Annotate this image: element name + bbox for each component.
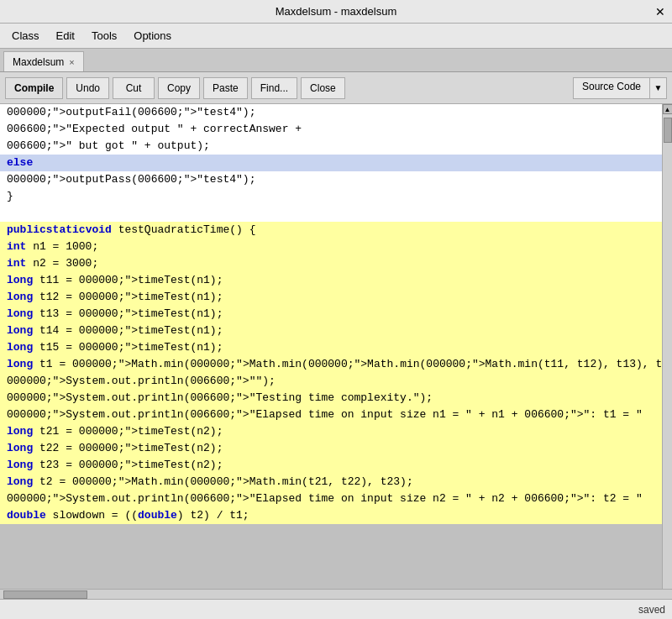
status-bar: saved [0, 599, 672, 619]
code-line [0, 205, 672, 222]
code-line: long t21 = 000000;">timeTest(n2); [0, 423, 672, 440]
title-bar: Maxdelsum - maxdelsum ✕ [0, 0, 672, 24]
code-line: 006600;">"Expected output " + correctAns… [0, 121, 672, 138]
code-line: long t12 = 000000;">timeTest(n1); [0, 289, 672, 306]
code-line: long t1 = 000000;">Math.min(000000;">Mat… [0, 356, 672, 373]
undo-button[interactable]: Undo [66, 77, 109, 99]
code-line: public static void testQuadraticTime() { [0, 222, 672, 239]
toolbar: Compile Undo Cut Copy Paste Find... Clos… [0, 72, 672, 104]
code-line: int n1 = 1000; [0, 239, 672, 255]
menu-edit[interactable]: Edit [48, 26, 83, 45]
copy-button[interactable]: Copy [158, 77, 200, 99]
menu-class[interactable]: Class [3, 26, 48, 45]
code-line: else [0, 155, 672, 171]
scroll-up-button[interactable]: ▲ [663, 104, 673, 114]
paste-button[interactable]: Paste [203, 77, 248, 99]
scroll-thumb-h[interactable] [3, 590, 87, 599]
cut-button[interactable]: Cut [113, 77, 155, 99]
source-code-label[interactable]: Source Code [574, 78, 649, 98]
window-title: Maxdelsum - maxdelsum [276, 5, 397, 18]
dropdown-arrow-icon[interactable]: ▼ [649, 78, 666, 98]
editor-container: 000000;">outputFail(006600;">"test4"); 0… [0, 104, 672, 599]
tabs-bar: Maxdelsum × [0, 49, 672, 72]
source-code-dropdown[interactable]: Source Code ▼ [573, 77, 667, 99]
code-line: long t14 = 000000;">timeTest(n1); [0, 323, 672, 339]
editor-wrapper: 000000;">outputFail(006600;">"test4"); 0… [0, 104, 672, 589]
code-line: 000000;">System.out.println(006600;">"El… [0, 490, 672, 507]
compile-button[interactable]: Compile [5, 77, 63, 99]
code-line: 000000;">outputPass(006600;">"test4"); [0, 171, 672, 188]
horizontal-scrollbar[interactable] [0, 589, 672, 599]
code-line: 000000;">System.out.println(006600;">"Te… [0, 390, 672, 407]
close-window-icon[interactable]: ✕ [655, 5, 665, 18]
code-line: 000000;">outputFail(006600;">"test4"); [0, 104, 672, 121]
code-line: long t2 = 000000;">Math.min(000000;">Mat… [0, 474, 672, 490]
menu-bar: Class Edit Tools Options [0, 24, 672, 49]
vertical-scrollbar[interactable]: ▲ [662, 104, 672, 589]
close-button[interactable]: Close [301, 77, 345, 99]
code-line: 000000;">System.out.println(006600;">"El… [0, 407, 672, 423]
code-line: long t13 = 000000;">timeTest(n1); [0, 306, 672, 323]
code-line: long t11 = 000000;">timeTest(n1); [0, 272, 672, 289]
tab-maxdelsum[interactable]: Maxdelsum × [3, 51, 84, 71]
code-line: long t22 = 000000;">timeTest(n2); [0, 440, 672, 457]
tab-close-icon[interactable]: × [69, 57, 74, 67]
code-line: double slowdown = ((double) t2) / t1; [0, 507, 672, 524]
code-line: 006600;">" but got " + output); [0, 138, 672, 155]
code-line: long t23 = 000000;">timeTest(n2); [0, 457, 672, 474]
code-line: long t15 = 000000;">timeTest(n1); [0, 339, 672, 356]
code-line: int n2 = 3000; [0, 255, 672, 272]
code-line: } [0, 188, 672, 205]
code-editor[interactable]: 000000;">outputFail(006600;">"test4"); 0… [0, 104, 672, 589]
find-button[interactable]: Find... [251, 77, 297, 99]
scroll-thumb-v[interactable] [664, 118, 672, 143]
menu-options[interactable]: Options [125, 26, 180, 45]
saved-status: saved [638, 604, 665, 616]
tab-label: Maxdelsum [13, 56, 64, 68]
code-line: 000000;">System.out.println(006600;">"")… [0, 373, 672, 390]
menu-tools[interactable]: Tools [83, 26, 125, 45]
